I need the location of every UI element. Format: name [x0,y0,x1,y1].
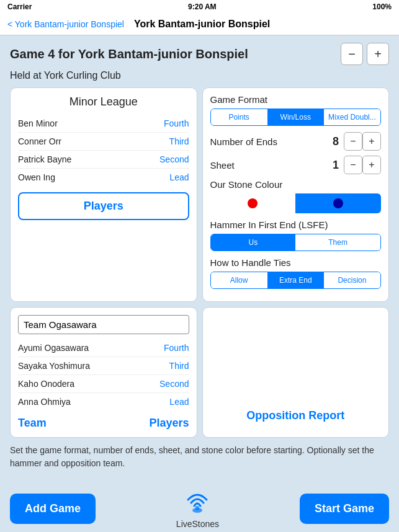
tab-winloss[interactable]: Win/Loss [267,109,324,125]
ties-label: How to Handle Ties [210,257,382,268]
player-row: Anna Ohmiya Lead [18,393,189,410]
player-position: Third [169,361,189,371]
ends-increment-button[interactable]: + [362,132,381,151]
team-one-panel: Minor League Ben Minor Fourth Conner Orr… [10,87,197,302]
player-name: Ben Minor [18,118,58,128]
game-format-title: Game Format [210,94,382,105]
sheet-row: Sheet 1 − + [210,156,382,174]
status-bar: Carrier 9:20 AM 100% [0,0,399,14]
player-row: Ayumi Ogasawara Fourth [18,339,189,357]
page-title: Game 4 for York Bantam-junior Bonspiel [10,47,248,61]
team-button[interactable]: Team [18,417,47,430]
team-one-players: Ben Minor Fourth Conner Orr Third Patric… [18,115,189,186]
player-row: Patrick Bayne Second [18,151,189,169]
hammer-tabs[interactable]: Us Them [210,234,382,251]
stone-red-option[interactable] [210,193,296,213]
stone-colour-selector[interactable] [210,193,382,213]
tab-mixed-doubles[interactable]: Mixed Doubl... [324,109,380,125]
game-stepper: − + [341,43,389,65]
info-text: Set the game format, number of ends, she… [10,444,389,470]
player-position: Second [159,379,189,389]
player-name: Patrick Bayne [18,154,71,164]
wifi-icon [182,489,213,518]
player-row: Sayaka Yoshimura Third [18,357,189,375]
team-two-players-button[interactable]: Players [149,417,189,430]
sheet-label: Sheet [210,160,235,171]
game-increment-button[interactable]: + [367,43,389,65]
team-two-buttons: Team Players [18,417,189,430]
opposition-report-panel: Opposition Report [202,307,390,438]
player-position: Lead [169,172,189,182]
player-row: Conner Orr Third [18,133,189,151]
player-row: Kaho Onodera Second [18,375,189,393]
player-position: Lead [169,397,189,407]
team-one-title: Minor League [18,95,189,109]
bottom-bar: Add Game LiveStones Start Game [0,484,399,532]
player-name: Ayumi Ogasawara [18,343,89,353]
nav-title: York Bantam-junior Bonspiel [134,19,270,30]
team-two-panel: Ayumi Ogasawara Fourth Sayaka Yoshimura … [10,307,197,438]
nav-bar: < York Bantam-junior Bonspiel York Banta… [0,14,399,35]
blue-dot-icon [333,198,343,208]
sheet-value: 1 [333,159,339,172]
game-format-tabs[interactable]: Points Win/Loss Mixed Doubl... [210,109,382,126]
start-game-button[interactable]: Start Game [300,494,389,524]
stone-colour-label: Our Stone Colour [210,179,382,190]
hammer-label: Hammer In First End (LSFE) [210,219,382,230]
team-two-players: Ayumi Ogasawara Fourth Sayaka Yoshimura … [18,339,189,410]
player-position: Fourth [164,343,189,353]
livestones-label: LiveStones [176,519,219,529]
main-grid: Minor League Ben Minor Fourth Conner Orr… [10,87,389,302]
tab-ties-decision[interactable]: Decision [324,272,380,288]
add-game-button[interactable]: Add Game [10,494,96,524]
number-of-ends-row: Number of Ends 8 − + [210,132,382,151]
opposition-report-button[interactable]: Opposition Report [210,402,382,430]
team-two-name-input[interactable] [18,315,189,334]
ends-decrement-button[interactable]: − [344,132,362,151]
player-name: Conner Orr [18,136,61,146]
tab-ties-allow[interactable]: Allow [211,272,267,288]
tab-points[interactable]: Points [211,109,267,125]
held-at-label: Held at York Curling Club [10,70,389,81]
player-position: Third [169,136,189,146]
svg-rect-1 [195,506,199,510]
sheet-decrement-button[interactable]: − [344,156,362,174]
tab-hammer-us[interactable]: Us [211,234,296,250]
page-content: Game 4 for York Bantam-junior Bonspiel −… [0,35,399,484]
page-title-row: Game 4 for York Bantam-junior Bonspiel −… [10,43,389,65]
player-name: Kaho Onodera [18,379,74,389]
tab-ties-extra-end[interactable]: Extra End [267,272,324,288]
number-of-ends-label: Number of Ends [210,136,277,147]
sheet-stepper: 1 − + [328,156,381,174]
player-position: Fourth [164,118,189,128]
player-name: Owen Ing [18,172,55,182]
team-one-players-button[interactable]: Players [18,192,189,220]
player-name: Anna Ohmiya [18,397,71,407]
game-format-panel: Game Format Points Win/Loss Mixed Doubl.… [202,87,390,302]
sheet-increment-button[interactable]: + [362,156,381,174]
stone-blue-option[interactable] [295,193,381,213]
time-label: 9:20 AM [188,2,217,11]
number-of-ends-stepper: 8 − + [328,132,381,151]
number-of-ends-value: 8 [333,135,339,148]
tab-hammer-them[interactable]: Them [295,234,380,250]
player-name: Sayaka Yoshimura [18,361,90,371]
carrier-label: Carrier [7,2,32,11]
player-row: Ben Minor Fourth [18,115,189,133]
player-row: Owen Ing Lead [18,169,189,186]
bottom-grid: Ayumi Ogasawara Fourth Sayaka Yoshimura … [10,307,389,438]
ties-tabs[interactable]: Allow Extra End Decision [210,272,382,289]
red-dot-icon [248,198,258,208]
game-decrement-button[interactable]: − [341,43,363,65]
nav-back-button[interactable]: < York Bantam-junior Bonspiel [7,19,124,29]
player-position: Second [159,154,189,164]
battery-label: 100% [372,2,392,11]
livestones-logo: LiveStones [176,489,219,529]
